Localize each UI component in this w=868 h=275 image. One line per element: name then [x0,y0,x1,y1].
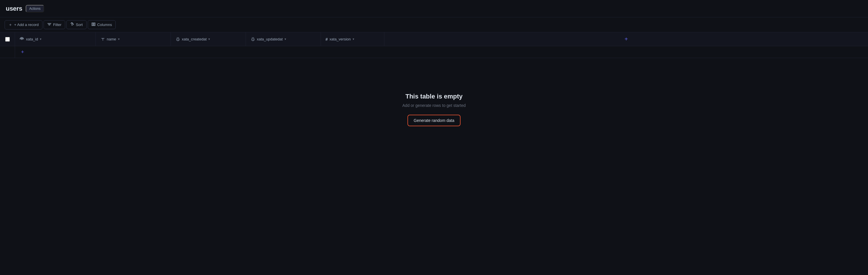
columns-button[interactable]: Columns [88,20,116,29]
empty-state-subtitle: Add or generate rows to get started [402,103,465,108]
column-header-name[interactable]: name ▾ [96,32,171,46]
add-row-button[interactable]: + [17,47,28,57]
svg-line-11 [178,37,179,37]
table-header: xata_id ▾ name ▾ [0,32,868,46]
number-hash-icon: # [326,37,328,42]
table-container: xata_id ▾ name ▾ [0,32,868,58]
select-all-checkbox[interactable] [5,37,10,42]
header: users Actions [0,0,868,17]
actions-button[interactable]: Actions [26,5,44,12]
chevron-down-icon-updatedat: ▾ [284,37,286,41]
columns-icon [91,22,95,27]
svg-line-14 [253,37,254,37]
add-column-button[interactable]: + [384,32,868,46]
toolbar: ＋ + Add a record Filter Sort [0,17,868,32]
plus-row-icon: + [21,49,24,55]
svg-rect-4 [93,23,94,26]
columns-label: Columns [97,23,112,27]
empty-state-title: This table is empty [405,93,463,100]
col-label-updatedat: xata_updatedat [257,37,283,41]
row-spacer [0,46,15,58]
datetime-icon-createdat [176,37,180,42]
col-label-name: name [107,37,116,41]
chevron-down-icon-version: ▾ [352,37,354,41]
add-record-label: + Add a record [14,23,39,27]
svg-rect-5 [94,23,95,26]
plus-icon: ＋ [8,22,12,27]
column-header-xata-id[interactable]: xata_id ▾ [15,32,96,46]
page-title: users [6,5,22,12]
column-header-version[interactable]: # xata_version ▾ [321,32,384,46]
col-label-version: xata_version [330,37,351,41]
generate-random-data-button[interactable]: Generate random data [407,115,461,126]
col-label-xata-id: xata_id [26,37,38,41]
datetime-icon-updatedat [250,37,255,42]
filter-label: Filter [53,23,61,27]
chevron-down-icon-name: ▾ [118,37,120,41]
chevron-down-icon: ▾ [40,37,41,41]
filter-icon [47,22,51,27]
text-icon [100,37,105,42]
svg-line-10 [177,37,177,37]
sort-button[interactable]: Sort [66,20,87,29]
col-label-createdat: xata_createdat [182,37,207,41]
sort-icon [70,22,74,27]
plus-column-icon: + [624,36,628,43]
empty-state: This table is empty Add or generate rows… [0,70,868,149]
chevron-down-icon-createdat: ▾ [208,37,210,41]
add-record-button[interactable]: ＋ + Add a record [5,20,42,29]
svg-rect-3 [92,23,93,26]
fingerprint-icon [20,37,24,42]
column-header-updatedat[interactable]: xata_updatedat ▾ [246,32,321,46]
column-header-createdat[interactable]: xata_createdat ▾ [171,32,246,46]
select-all-column[interactable] [0,32,15,46]
svg-point-6 [21,38,23,39]
filter-button[interactable]: Filter [43,20,65,29]
sort-label: Sort [76,23,83,27]
table-row-add: + [0,46,868,58]
